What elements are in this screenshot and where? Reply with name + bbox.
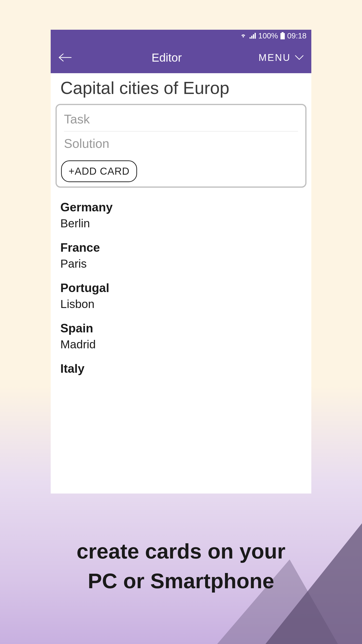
card-task: Portugal bbox=[60, 281, 302, 295]
phone-app-frame: 100% 09:18 Editor MENU Capital cities of… bbox=[51, 30, 311, 494]
card-solution: Madrid bbox=[60, 338, 302, 351]
chevron-down-icon bbox=[295, 54, 304, 60]
battery-percent: 100% bbox=[258, 32, 278, 40]
deck-title: Capital cities of Europ bbox=[51, 73, 311, 104]
card-task: Italy bbox=[60, 362, 302, 376]
header-title: Editor bbox=[75, 51, 259, 64]
signal-icon bbox=[249, 33, 256, 39]
promo-line1: create cards on your bbox=[0, 536, 362, 566]
card-task: Germany bbox=[60, 200, 302, 214]
arrow-left-icon bbox=[58, 53, 72, 62]
status-time: 09:18 bbox=[287, 32, 307, 40]
card-item[interactable]: France Paris bbox=[60, 235, 302, 276]
promo-text: create cards on your PC or Smartphone bbox=[0, 536, 362, 596]
battery-icon bbox=[280, 32, 285, 39]
card-item[interactable]: Italy bbox=[60, 356, 302, 383]
card-item[interactable]: Spain Madrid bbox=[60, 316, 302, 356]
menu-button[interactable]: MENU bbox=[259, 52, 304, 63]
card-item[interactable]: Portugal Lisbon bbox=[60, 276, 302, 316]
card-solution: Berlin bbox=[60, 217, 302, 230]
promo-line2: PC or Smartphone bbox=[0, 566, 362, 596]
add-card-button[interactable]: +ADD CARD bbox=[61, 160, 137, 182]
card-item[interactable]: Germany Berlin bbox=[60, 195, 302, 235]
card-list: Germany Berlin France Paris Portugal Lis… bbox=[51, 188, 311, 383]
wifi-icon bbox=[240, 33, 247, 39]
back-button[interactable] bbox=[58, 53, 75, 62]
task-input[interactable]: Task bbox=[57, 107, 305, 131]
status-bar: 100% 09:18 bbox=[51, 30, 311, 42]
card-task: France bbox=[60, 240, 302, 254]
content-area: Capital cities of Europ Task Solution +A… bbox=[51, 73, 311, 494]
status-icons: 100% 09:18 bbox=[240, 32, 307, 40]
card-solution: Lisbon bbox=[60, 297, 302, 311]
new-card-form: Task Solution +ADD CARD bbox=[55, 104, 307, 188]
menu-label: MENU bbox=[259, 52, 291, 63]
card-task: Spain bbox=[60, 321, 302, 335]
solution-input[interactable]: Solution bbox=[57, 132, 305, 156]
svg-rect-0 bbox=[280, 33, 285, 39]
card-solution: Paris bbox=[60, 257, 302, 270]
svg-rect-1 bbox=[282, 32, 284, 33]
app-header: Editor MENU bbox=[51, 42, 311, 73]
